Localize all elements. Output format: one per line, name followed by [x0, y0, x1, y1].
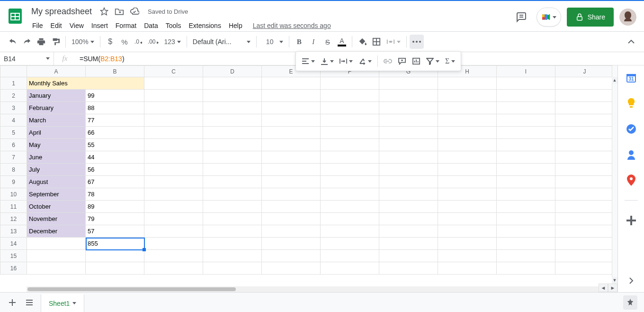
more-formats-dropdown[interactable]: 123: [161, 35, 184, 49]
cell[interactable]: [203, 151, 262, 164]
increase-decimal-button[interactable]: .00: [146, 35, 161, 49]
cell[interactable]: [379, 139, 438, 151]
cell[interactable]: [262, 114, 321, 127]
cell[interactable]: [144, 102, 203, 114]
row-header[interactable]: 15: [0, 250, 27, 262]
star-icon[interactable]: [99, 7, 109, 16]
cell[interactable]: [555, 127, 614, 139]
cell[interactable]: [321, 90, 379, 102]
column-header-C[interactable]: C: [144, 66, 203, 77]
cell[interactable]: [144, 90, 203, 102]
filter-dropdown[interactable]: [423, 54, 442, 68]
cloud-saved-icon[interactable]: [130, 7, 139, 16]
text-rotation-dropdown[interactable]: [356, 54, 375, 68]
nav-left-button[interactable]: ◄: [599, 284, 608, 292]
cell[interactable]: May: [27, 139, 86, 151]
cell[interactable]: [321, 188, 379, 201]
column-header-J[interactable]: J: [555, 66, 614, 77]
cell[interactable]: 57: [86, 225, 144, 238]
cell[interactable]: July: [27, 164, 86, 176]
cell[interactable]: [438, 102, 497, 114]
cell[interactable]: [497, 176, 555, 188]
row-header[interactable]: 13: [0, 225, 27, 238]
cell[interactable]: [262, 151, 321, 164]
cell[interactable]: [321, 77, 379, 90]
cell[interactable]: September: [27, 188, 86, 201]
cell[interactable]: [438, 176, 497, 188]
cell[interactable]: [203, 250, 262, 262]
insert-comment-button[interactable]: [395, 54, 409, 68]
cell[interactable]: [379, 213, 438, 225]
cell[interactable]: December: [27, 225, 86, 238]
add-sheet-button[interactable]: [4, 294, 21, 311]
text-color-button[interactable]: A: [335, 35, 349, 49]
row-header[interactable]: 16: [0, 262, 27, 275]
hide-side-panel-button[interactable]: [626, 275, 637, 286]
text-wrap-dropdown[interactable]: [337, 54, 356, 68]
cell[interactable]: 67: [86, 176, 144, 188]
calendar-addon[interactable]: 31: [626, 72, 637, 83]
cell[interactable]: [438, 262, 497, 275]
cell[interactable]: [262, 225, 321, 238]
cell[interactable]: [379, 164, 438, 176]
get-addons-button[interactable]: [626, 215, 637, 226]
spreadsheet-grid[interactable]: A B C D E F G H I J 1 Monthly Sales 2Jan…: [0, 65, 614, 275]
cell[interactable]: [262, 164, 321, 176]
cell[interactable]: [203, 90, 262, 102]
cell[interactable]: [497, 213, 555, 225]
cell[interactable]: [86, 250, 144, 262]
cell[interactable]: [379, 151, 438, 164]
strikethrough-button[interactable]: S: [321, 35, 335, 49]
cell[interactable]: [321, 250, 379, 262]
cell[interactable]: [497, 77, 555, 90]
maps-addon[interactable]: [626, 174, 637, 186]
cell[interactable]: [379, 188, 438, 201]
cell[interactable]: [555, 139, 614, 151]
cell[interactable]: [262, 188, 321, 201]
cell[interactable]: [144, 262, 203, 275]
cell[interactable]: [203, 164, 262, 176]
cell[interactable]: [203, 188, 262, 201]
cell[interactable]: [379, 114, 438, 127]
cell[interactable]: [379, 90, 438, 102]
cell[interactable]: [321, 127, 379, 139]
cell[interactable]: [497, 139, 555, 151]
cell[interactable]: [497, 238, 555, 250]
cell[interactable]: [379, 102, 438, 114]
vscroll-up-button[interactable]: ▲: [612, 77, 617, 83]
bold-button[interactable]: B: [292, 35, 306, 49]
cell[interactable]: [438, 188, 497, 201]
cell[interactable]: [203, 225, 262, 238]
menu-format[interactable]: Format: [112, 20, 140, 31]
merge-dropdown[interactable]: [384, 35, 403, 49]
cell[interactable]: [438, 213, 497, 225]
column-header-I[interactable]: I: [497, 66, 555, 77]
horizontal-align-dropdown[interactable]: [299, 54, 318, 68]
cell[interactable]: [144, 127, 203, 139]
cell[interactable]: 79: [86, 213, 144, 225]
cell[interactable]: [497, 164, 555, 176]
cell[interactable]: June: [27, 151, 86, 164]
column-header-D[interactable]: D: [203, 66, 262, 77]
cell[interactable]: 89: [86, 201, 144, 213]
meet-button[interactable]: [537, 8, 561, 27]
cell[interactable]: [321, 238, 379, 250]
vertical-align-dropdown[interactable]: [318, 54, 337, 68]
column-header-B[interactable]: B: [86, 66, 144, 77]
cell[interactable]: [379, 201, 438, 213]
cell[interactable]: [262, 250, 321, 262]
undo-button[interactable]: [6, 35, 20, 49]
tasks-addon[interactable]: [626, 123, 637, 135]
cell[interactable]: [497, 102, 555, 114]
cell[interactable]: [555, 164, 614, 176]
cell[interactable]: [555, 77, 614, 90]
cell[interactable]: [144, 164, 203, 176]
keep-addon[interactable]: [626, 98, 637, 109]
cell[interactable]: [497, 127, 555, 139]
cell[interactable]: [555, 262, 614, 275]
cell[interactable]: [144, 225, 203, 238]
functions-dropdown[interactable]: Σ: [442, 54, 458, 68]
name-box[interactable]: B14: [0, 52, 54, 65]
cell[interactable]: [497, 262, 555, 275]
nav-right-button[interactable]: ►: [608, 284, 617, 292]
